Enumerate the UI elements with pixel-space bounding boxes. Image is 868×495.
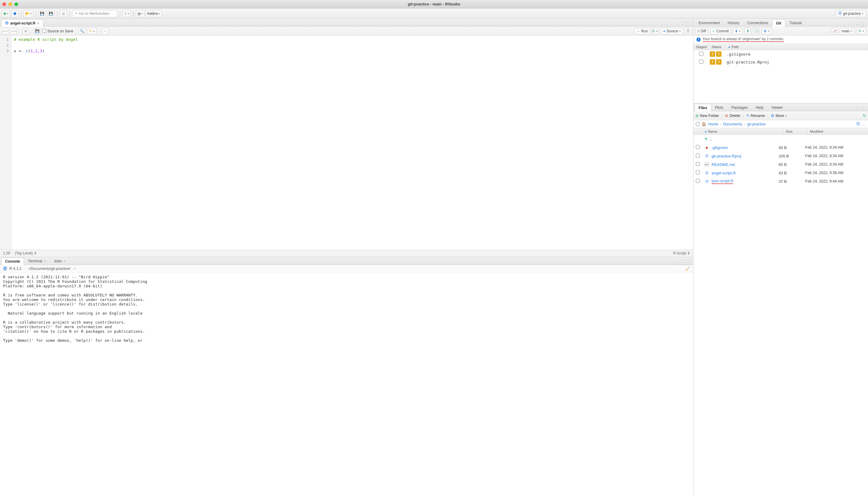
file-name[interactable]: angel-script.R — [711, 171, 736, 175]
crumb-project[interactable]: git-practice — [747, 122, 766, 126]
tab-history[interactable]: History — [724, 19, 743, 26]
rerun-button[interactable]: ↻▾ — [652, 28, 658, 34]
file-row[interactable]: Ⓡ git-practice.Rproj 205 B Feb 24, 2022,… — [693, 152, 868, 160]
save-button[interactable]: 💾 — [38, 10, 46, 17]
tab-tutorial[interactable]: Tutorial — [785, 19, 805, 26]
source-on-save-toggle[interactable]: Source on Save — [42, 29, 73, 33]
minimize-console-button[interactable]: ▭ — [679, 260, 685, 265]
file-checkbox[interactable] — [696, 145, 700, 149]
tab-environment[interactable]: Environment — [695, 19, 724, 26]
crumb-documents[interactable]: Documents — [723, 122, 742, 126]
tab-git[interactable]: Git — [772, 19, 785, 27]
tab-viewer[interactable]: Viewer — [767, 104, 787, 111]
git-more-button[interactable]: ⚙▾ — [761, 28, 772, 34]
new-project-button[interactable]: ⬢ — [11, 10, 18, 17]
col-path[interactable]: ▲ Path — [725, 44, 868, 50]
code-editor[interactable]: 123 # example R script by Angel x <- c(1… — [0, 36, 693, 250]
minimize-files-button[interactable]: ▭ — [854, 107, 860, 111]
file-checkbox[interactable] — [696, 162, 700, 166]
col-staged[interactable]: Staged — [693, 44, 709, 50]
rename-button[interactable]: ✎Rename — [746, 113, 765, 118]
file-name[interactable]: .gitignore — [711, 146, 728, 150]
forward-button[interactable]: ⟹ — [10, 28, 17, 34]
select-all-checkbox[interactable] — [696, 122, 700, 126]
source-on-save-checkbox[interactable] — [42, 29, 46, 33]
project-selector[interactable]: Ⓡgit-practice▾ — [835, 10, 866, 17]
build-button[interactable]: ⇪▾ — [123, 10, 131, 17]
delete-button[interactable]: ⊖Delete — [725, 113, 740, 118]
refresh-files-button[interactable]: ↻ — [863, 113, 866, 118]
addins-button[interactable]: Addins ▾ — [146, 10, 162, 17]
rproject-icon[interactable]: Ⓡ — [856, 121, 860, 126]
maximize-pane-button[interactable]: ▢ — [685, 22, 691, 26]
back-button[interactable]: ⟸ — [2, 28, 8, 34]
print-button[interactable]: 🖨 — [60, 10, 67, 17]
file-name[interactable]: lyon-script.R — [711, 178, 733, 184]
git-row[interactable]: ?? git-practice.Rproj — [693, 58, 868, 66]
col-size[interactable]: Size — [783, 128, 808, 135]
new-file-button[interactable]: ⊕▾ — [2, 10, 10, 17]
code-tools-button[interactable]: ✎▾ — [87, 28, 97, 34]
find-button[interactable]: 🔍 — [78, 28, 85, 34]
stage-checkbox[interactable] — [699, 59, 703, 64]
tab-jobs[interactable]: Jobs × — [50, 257, 69, 265]
stage-checkbox[interactable] — [699, 52, 703, 56]
tab-connections[interactable]: Connections — [743, 19, 772, 26]
close-jobs-icon[interactable]: × — [64, 259, 65, 263]
file-row[interactable]: Ⓡ lyon-script.R 37 B Feb 24, 2022, 9:44 … — [693, 177, 868, 186]
show-in-new-window-button[interactable]: ⧉ — [22, 28, 29, 34]
maximize-files-button[interactable]: ▢ — [860, 107, 866, 111]
tab-terminal[interactable]: Terminal × — [24, 257, 50, 265]
more-button[interactable]: ⚙More ▾ — [771, 113, 787, 118]
editor-tab-angel-script[interactable]: Ⓡ angel-script.R × — [1, 19, 43, 27]
home-icon[interactable]: 🏠 — [702, 122, 706, 126]
new-folder-button[interactable]: ⊕New Folder — [695, 113, 719, 118]
crumb-home[interactable]: Home — [708, 122, 718, 126]
file-row[interactable]: ◆ .gitignore 40 B Feb 24, 2022, 9:34 AM — [693, 143, 868, 152]
tab-help[interactable]: Help — [752, 104, 767, 111]
git-branch-selector[interactable]: main ▾ — [839, 28, 854, 34]
file-name[interactable]: git-practice.Rproj — [711, 154, 741, 158]
open-file-button[interactable]: 📂▾ — [23, 10, 33, 17]
minimize-env-button[interactable]: ▭ — [854, 22, 860, 26]
file-row-updir[interactable]: ↰ .. — [693, 135, 868, 143]
file-row[interactable]: MD README.md 65 B Feb 24, 2022, 9:34 AM — [693, 160, 868, 169]
col-status[interactable]: Status — [709, 44, 725, 50]
console-output[interactable]: R version 4.1.2 (2021-11-01) -- "Bird Hi… — [0, 273, 693, 495]
more-paths-button[interactable]: … — [862, 122, 866, 126]
language-selector[interactable]: R Script ⇕ — [673, 251, 690, 255]
maximize-console-button[interactable]: ▢ — [685, 260, 691, 265]
run-button[interactable]: →Run — [634, 28, 650, 34]
close-tab-icon[interactable]: × — [37, 21, 39, 25]
col-name[interactable]: ▲ Name — [702, 128, 783, 135]
save-all-button[interactable]: 💾 — [47, 10, 55, 17]
col-modified[interactable]: Modified — [808, 128, 868, 135]
outline-button[interactable]: ☰ — [685, 28, 691, 34]
git-push-button[interactable]: ⬆ — [744, 28, 751, 34]
git-branch-new-button[interactable]: ⎇ — [831, 28, 838, 34]
tab-console[interactable]: Console — [1, 258, 24, 265]
minimize-pane-button[interactable]: ▭ — [679, 22, 685, 26]
git-refresh-button[interactable]: ↻▾ — [856, 28, 866, 34]
file-row[interactable]: Ⓡ angel-script.R 43 B Feb 24, 2022, 9:36… — [693, 169, 868, 177]
git-diff-button[interactable]: ⎘Diff — [695, 28, 708, 34]
tab-files[interactable]: Files — [695, 104, 711, 111]
maximize-env-button[interactable]: ▢ — [860, 22, 866, 26]
close-terminal-icon[interactable]: × — [44, 259, 46, 263]
scope-selector[interactable]: (Top Level) ⇕ — [15, 251, 37, 255]
grid-button[interactable]: ▦▾ — [136, 10, 144, 17]
git-row[interactable]: ?? .gitignore — [693, 50, 868, 58]
source-button[interactable]: ⇥Source▾ — [660, 28, 683, 34]
save-editor-button[interactable]: 💾 — [34, 28, 40, 34]
goto-wd-icon[interactable]: ↗ — [73, 267, 76, 271]
git-pull-button[interactable]: ⬇▾ — [733, 28, 743, 34]
clear-console-icon[interactable]: 🧹 — [685, 267, 690, 271]
git-commit-button[interactable]: ✓Commit — [710, 28, 731, 34]
file-checkbox[interactable] — [696, 179, 700, 183]
file-name[interactable]: README.md — [711, 162, 735, 167]
tab-packages[interactable]: Packages — [727, 104, 752, 111]
tab-plots[interactable]: Plots — [711, 104, 728, 111]
file-checkbox[interactable] — [696, 170, 700, 174]
git-history-button[interactable]: 🕓 — [753, 28, 760, 34]
compile-report-button[interactable]: ▫ — [102, 28, 108, 34]
